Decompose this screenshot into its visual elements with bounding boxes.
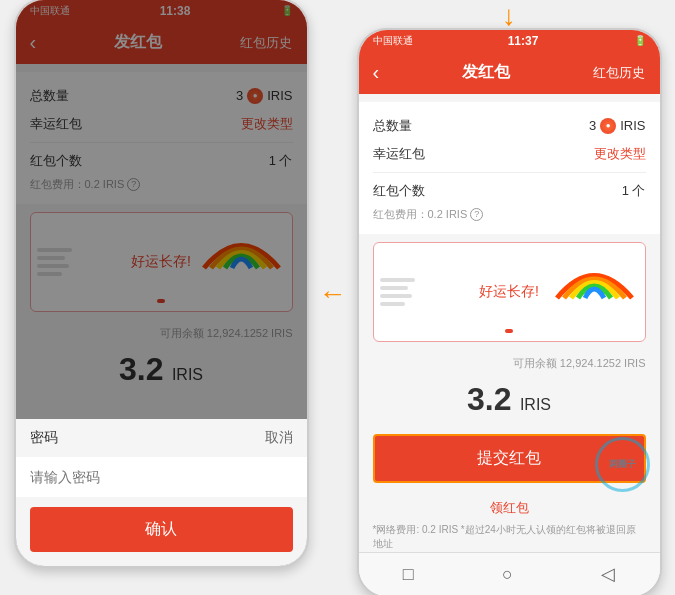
right-battery: 🔋 (634, 35, 646, 46)
down-arrow-icon: ↓ (502, 0, 516, 32)
right-fee-text: 红包费用：0.2 IRIS ? (373, 205, 646, 224)
right-amount: 3.2 (467, 381, 511, 417)
right-iris-coin: ● (600, 118, 616, 134)
left-confirm-button[interactable]: 确认 (30, 507, 293, 552)
right-divider1 (373, 172, 646, 173)
left-modal-title: 密码 (30, 429, 58, 447)
right-nav-bar: ‹ 发红包 红包历史 (359, 52, 660, 94)
right-rainbow (552, 248, 637, 307)
right-question-icon[interactable]: ? (470, 208, 483, 221)
right-note-text: *网络费用: 0.2 IRIS *超过24小时无人认领的红包将被退回原地址 (359, 523, 660, 552)
right-nav-square-icon[interactable]: □ (403, 564, 414, 585)
right-lucky-message: 好运长存! (479, 283, 539, 301)
left-password-input[interactable] (16, 457, 307, 497)
right-envelope-lines (374, 243, 424, 341)
right-receive-button[interactable]: 领红包 (359, 493, 660, 523)
right-envelope-card: 好运长存! (373, 242, 646, 342)
right-nav-title: 发红包 (462, 62, 510, 83)
right-phone: 中国联通 11:37 🔋 ‹ 发红包 红包历史 总数量 3 ● (357, 28, 662, 596)
right-amount-display: 3.2 IRIS (359, 377, 660, 424)
right-phone-container: ↓ 中国联通 11:37 🔋 ‹ 发红包 红包历史 总数量 (357, 28, 662, 596)
right-total-label: 总数量 (373, 117, 412, 135)
watermark-circle: 两圈子 (595, 437, 650, 492)
right-count-value: 1 个 (622, 182, 646, 200)
right-time: 11:37 (413, 34, 634, 48)
right-content: 总数量 3 ● IRIS 幸运红包 更改类型 红包个数 1 (359, 94, 660, 552)
right-lucky-label: 幸运红包 (373, 145, 425, 163)
right-nav-back-icon[interactable]: ◁ (601, 563, 615, 585)
left-phone: 中国联通 11:38 🔋 ‹ 发红包 红包历史 总数量 3 ● IRIS (14, 0, 309, 568)
right-watermark: 两圈子 (595, 437, 650, 492)
right-bottom-nav: □ ○ ◁ (359, 552, 660, 596)
right-balance: 可用余额 12,924.1252 IRIS (359, 350, 660, 377)
left-arrow-icon: ← (319, 278, 347, 310)
left-modal-panel: 密码 取消 确认 (16, 419, 307, 566)
left-modal-cancel-button[interactable]: 取消 (265, 429, 293, 447)
right-amount-unit: IRIS (520, 396, 551, 413)
right-count-label: 红包个数 (373, 182, 425, 200)
right-status-bar: 中国联通 11:37 🔋 (359, 30, 660, 52)
right-back-button[interactable]: ‹ (373, 61, 380, 84)
left-modal-header: 密码 取消 (16, 419, 307, 457)
right-signal: 中国联通 (373, 34, 413, 48)
left-modal-overlay: 密码 取消 确认 (16, 0, 307, 566)
right-total-value: 3 ● IRIS (589, 118, 646, 134)
right-nav-circle-icon[interactable]: ○ (502, 564, 513, 585)
right-change-type-button[interactable]: 更改类型 (594, 145, 646, 163)
right-total-section: 总数量 3 ● IRIS 幸运红包 更改类型 红包个数 1 (359, 102, 660, 234)
right-dot-indicator (505, 329, 513, 333)
left-arrow-container: ← (319, 278, 347, 310)
right-history-button[interactable]: 红包历史 (593, 64, 645, 82)
